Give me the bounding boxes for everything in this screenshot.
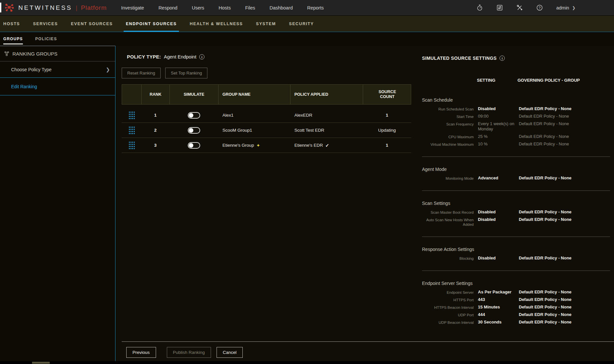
tab-endpoint-sources[interactable]: ENDPOINT SOURCES xyxy=(126,16,177,32)
brand-product: Platform xyxy=(81,4,107,11)
settings-panel-title: SIMULATED SOURCE SETTINGS xyxy=(422,56,497,61)
sidebar-title: RANKING GROUPS xyxy=(12,51,58,57)
simulate-toggle[interactable] xyxy=(188,127,200,134)
simulate-toggle[interactable] xyxy=(188,142,200,149)
source-count: 1 xyxy=(363,143,411,148)
tools-icon[interactable] xyxy=(516,4,523,11)
section-title: Scan Settings xyxy=(422,201,610,206)
topnav-dashboard[interactable]: Dashboard xyxy=(270,5,293,10)
drag-handle-cell xyxy=(122,111,141,120)
topnav-respond[interactable]: Respond xyxy=(158,5,177,10)
governing-policy-value: Default EDR Policy - None xyxy=(518,320,610,325)
topnav-files[interactable]: Files xyxy=(245,5,255,10)
tab-event-sources[interactable]: EVENT SOURCES xyxy=(71,16,113,32)
simulate-toggle[interactable] xyxy=(188,112,200,119)
tab-policies[interactable]: POLICIES xyxy=(35,32,57,46)
setting-label: UDP Beacon Interval xyxy=(422,320,474,325)
governing-policy-value: Default EDR Policy - None xyxy=(518,256,610,261)
setting-row-https-beacon-interval: HTTPS Beacon Interval15 MinutesDefault E… xyxy=(422,305,610,310)
column-header-drag xyxy=(122,85,142,104)
drag-handle-icon[interactable] xyxy=(129,111,135,120)
settings-info-icon[interactable]: i xyxy=(500,56,505,61)
tab-security[interactable]: SECURITY xyxy=(289,16,314,32)
column-header-label: RANK xyxy=(149,92,161,97)
setting-label: Monitoring Mode xyxy=(422,175,474,181)
brand[interactable]: NETWITNESS | Platform xyxy=(0,3,107,13)
topnav-investigate[interactable]: Investigate xyxy=(121,5,144,10)
setting-row-udp-port: UDP Port444Default EDR Policy - None xyxy=(422,312,610,317)
setting-label: Endpoint Server xyxy=(422,290,474,295)
user-menu[interactable]: admin ❯ xyxy=(556,5,575,10)
reset-ranking-button[interactable]: Reset Ranking xyxy=(122,68,161,78)
column-header-group-name: GROUP NAME xyxy=(219,85,290,104)
group-name-cell: ScooM Group1 xyxy=(218,128,290,133)
toggle-knob xyxy=(189,143,193,148)
ranking-table: RANKSIMULATEGROUP NAMEPOLICY APPLIEDSOUR… xyxy=(122,84,411,153)
screen-edge-artifact xyxy=(0,3,1,12)
tab-health-wellness[interactable]: HEALTH & WELLNESS xyxy=(190,16,243,32)
setting-row-scan-frequency: Scan FrequencyEvery 1 week(s) on MondayD… xyxy=(422,121,610,132)
setting-label: Virtual Machine Maximum xyxy=(422,141,474,147)
setting-row-udp-beacon-interval: UDP Beacon Interval30 SecondsDefault EDR… xyxy=(422,320,610,325)
setting-value: 09:00 xyxy=(474,114,518,119)
tab-groups[interactable]: GROUPS xyxy=(3,32,23,46)
settings-column-headers: SETTING GOVERNING POLICY - GROUP xyxy=(422,78,610,83)
tab-system[interactable]: SYSTEM xyxy=(256,16,276,32)
help-icon[interactable]: ? xyxy=(536,4,543,11)
rank-value: 2 xyxy=(141,128,169,133)
settings-section-endpoint-server-settings: Endpoint Server SettingsEndpoint ServerA… xyxy=(422,271,610,325)
preferences-icon[interactable] xyxy=(496,4,503,11)
group-name-cell: Etienne's Group✦ xyxy=(218,143,290,148)
column-header-policy-applied: POLICY APPLIED xyxy=(290,85,363,104)
group-name-cell: Alex1 xyxy=(218,113,290,118)
group-name: ScooM Group1 xyxy=(222,128,252,133)
horizontal-scrollbar-thumb[interactable] xyxy=(32,362,50,364)
column-header-label: GROUP NAME xyxy=(222,92,251,97)
policy-type-value: Agent Endpoint xyxy=(164,54,196,59)
policy-type-info-icon[interactable]: i xyxy=(199,54,204,59)
settings-section-scan-schedule: Scan ScheduleRun Scheduled ScanDisabledD… xyxy=(422,97,610,147)
setting-value: As Per Packager xyxy=(474,290,518,295)
drag-handle-icon[interactable] xyxy=(129,141,135,150)
drag-handle-cell xyxy=(122,126,141,135)
groups-policies-nav: GROUPSPOLICIES xyxy=(0,32,614,46)
governing-policy-value: Default EDR Policy - None xyxy=(518,106,610,111)
simulate-cell xyxy=(169,127,218,134)
previous-button[interactable]: Previous xyxy=(126,347,156,358)
setting-label: Auto Scan New Hosts When Added xyxy=(422,217,474,227)
setting-row-start-time: Start Time09:00Default EDR Policy - None xyxy=(422,114,610,119)
chevron-right-icon: ❯ xyxy=(572,6,575,10)
sidebar-item-choose-policy-type[interactable]: Choose Policy Type❯ xyxy=(0,61,115,78)
setting-row-scan-master-boot-record: Scan Master Boot RecordDisabledDefault E… xyxy=(422,209,610,215)
tab-services[interactable]: SERVICES xyxy=(33,16,58,32)
toggle-knob xyxy=(189,128,193,133)
simulate-cell xyxy=(169,142,218,149)
top-right-cluster: ? admin ❯ xyxy=(476,4,614,11)
topnav-hosts[interactable]: Hosts xyxy=(219,5,231,10)
policy-applied: AlexEDR xyxy=(294,113,312,118)
rank-value: 3 xyxy=(141,143,169,148)
group-name: Etienne's Group xyxy=(222,143,254,148)
policy-applied-cell: Scott Test EDR xyxy=(290,128,363,133)
bottom-scroll-strip xyxy=(0,361,614,364)
topnav-users[interactable]: Users xyxy=(192,5,204,10)
setting-value: 10 % xyxy=(474,141,518,147)
drag-handle-icon[interactable] xyxy=(129,126,135,135)
stopwatch-icon[interactable] xyxy=(476,4,483,11)
setting-row-auto-scan-new-hosts-when-added: Auto Scan New Hosts When AddedDisabledDe… xyxy=(422,217,610,227)
set-top-ranking-button[interactable]: Set Top Ranking xyxy=(165,68,207,78)
table-row: 3Etienne's Group✦Etienne's EDR✓1 xyxy=(122,138,411,153)
policy-type-label: POLICY TYPE: xyxy=(127,54,161,59)
setting-row-monitoring-mode: Monitoring ModeAdvancedDefault EDR Polic… xyxy=(422,175,610,181)
tab-hosts[interactable]: HOSTS xyxy=(3,16,20,32)
setting-value: Disabled xyxy=(474,209,518,215)
cancel-button[interactable]: Cancel xyxy=(217,347,243,358)
publish-ranking-button[interactable]: Publish Ranking xyxy=(167,347,211,358)
topnav-reports[interactable]: Reports xyxy=(307,5,324,10)
ranking-table-header: RANKSIMULATEGROUP NAMEPOLICY APPLIEDSOUR… xyxy=(122,84,411,105)
policy-applied: Etienne's EDR xyxy=(294,143,323,148)
brand-separator: | xyxy=(76,4,78,11)
setting-value: 25 % xyxy=(474,134,518,139)
ranking-groups-sidebar: RANKING GROUPS Choose Policy Type❯Edit R… xyxy=(0,46,115,361)
sidebar-item-edit-ranking[interactable]: Edit Ranking xyxy=(0,78,115,95)
